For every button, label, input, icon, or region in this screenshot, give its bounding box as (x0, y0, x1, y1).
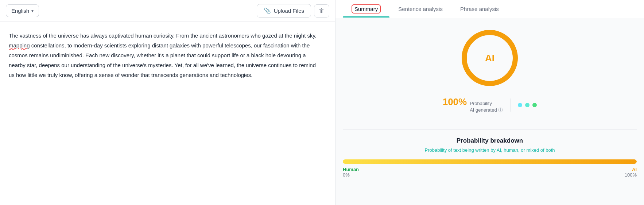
delete-button[interactable]: 🗑 (314, 4, 329, 18)
probability-percent: 100% (443, 96, 467, 108)
right-panel: Summary Sentence analysis Phrase analysi… (335, 0, 644, 205)
ai-label: AI (625, 167, 637, 172)
paperclip-icon: 📎 (264, 7, 271, 14)
human-label-group: Human 0% (343, 167, 359, 178)
dots-row (518, 103, 537, 107)
spelling-highlight: mapping (9, 42, 30, 49)
donut-chart-container: AI 100% Probability AI generated ⓘ (443, 27, 537, 113)
progress-bar-fill (343, 159, 637, 164)
probability-label: Probability AI generated ⓘ (470, 100, 503, 113)
ai-value: 100% (625, 172, 637, 178)
language-selector[interactable]: English ▾ (6, 4, 39, 17)
progress-bar-track (343, 159, 637, 164)
progress-labels: Human 0% AI 100% (343, 167, 637, 178)
tab-summary[interactable]: Summary (343, 1, 389, 17)
divider (510, 98, 511, 112)
donut-chart: AI (459, 27, 521, 89)
progress-bar-container: Human 0% AI 100% (343, 159, 637, 178)
donut-center-label: AI (485, 53, 494, 64)
ai-label-group: AI 100% (625, 167, 637, 178)
chevron-down-icon: ▾ (31, 8, 34, 13)
probability-label-line2: AI generated ⓘ (470, 107, 503, 113)
info-icon[interactable]: ⓘ (498, 107, 503, 113)
upload-button-label: Upload Files (274, 8, 304, 14)
human-value: 0% (343, 172, 359, 178)
text-area[interactable]: The vastness of the universe has always … (0, 22, 335, 205)
main-text-content: The vastness of the universe has always … (9, 31, 328, 80)
summary-content: AI 100% Probability AI generated ⓘ (335, 18, 644, 205)
dot-teal (525, 103, 529, 107)
tabs-container: Summary Sentence analysis Phrase analysi… (335, 0, 644, 18)
probability-row: 100% Probability AI generated ⓘ (443, 96, 537, 113)
section-divider (343, 129, 637, 130)
tab-sentence-label: Sentence analysis (398, 6, 443, 12)
human-label: Human (343, 167, 359, 172)
probability-label-line1: Probability (470, 100, 503, 107)
toolbar-right: 📎 Upload Files 🗑 (257, 4, 329, 18)
left-panel: English ▾ 📎 Upload Files 🗑 The vastness … (0, 0, 335, 205)
breakdown-title: Probability breakdown (343, 137, 637, 144)
language-label: English (11, 8, 29, 14)
tab-phrase-label: Phrase analysis (460, 6, 499, 12)
trash-icon: 🗑 (319, 8, 325, 14)
ai-generated-text: AI generated (470, 107, 497, 113)
breakdown-subtitle: Probability of text being written by AI,… (343, 147, 637, 153)
dot-green (532, 103, 537, 107)
toolbar: English ▾ 📎 Upload Files 🗑 (0, 0, 335, 22)
tab-summary-label: Summary (352, 4, 381, 13)
breakdown-section: Probability breakdown Probability of tex… (343, 137, 637, 182)
upload-files-button[interactable]: 📎 Upload Files (257, 4, 311, 18)
tab-phrase-analysis[interactable]: Phrase analysis (451, 1, 508, 17)
probability-left: 100% Probability AI generated ⓘ (443, 96, 503, 113)
dot-cyan (518, 103, 522, 107)
tab-sentence-analysis[interactable]: Sentence analysis (389, 1, 451, 17)
